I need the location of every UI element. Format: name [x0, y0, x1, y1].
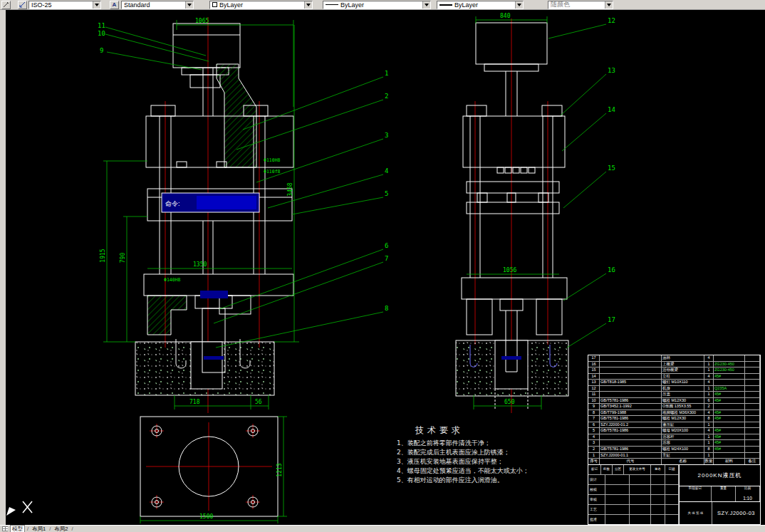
command-prompt-label: 命令:	[165, 200, 180, 207]
parts-cell: 螺母 M20X100	[662, 428, 704, 434]
lineweight-combo[interactable]: ByLayer	[437, 1, 524, 9]
parts-cell: 45#	[714, 447, 745, 452]
parts-cell	[600, 434, 662, 440]
parts-cell: GB/T5781-1986	[600, 428, 662, 434]
balloon-12: 12	[608, 17, 615, 24]
parts-cell: 45#	[714, 398, 745, 404]
tech-req-item: 2、装配完成后主机表面应涂上防锈漆；	[397, 448, 589, 457]
chevron-down-icon[interactable]	[93, 1, 100, 9]
parts-cell: 2	[704, 404, 714, 410]
dim-edit-icon[interactable]	[1, 1, 11, 9]
balloon-16: 16	[608, 266, 615, 273]
parts-cell: SZY.J2000-01.1	[600, 453, 662, 459]
parts-cell	[745, 398, 760, 404]
parts-cell: 8	[704, 416, 714, 422]
linetype-combo[interactable]: ByLayer	[323, 1, 431, 9]
parts-cell: ZG230-450	[714, 367, 745, 373]
plot-style-combo: 随颜色	[548, 1, 613, 9]
parts-header-cell: 序号	[588, 459, 600, 464]
sig-header: 分区	[613, 465, 624, 474]
parts-cell: 7	[588, 416, 600, 422]
parts-cell	[600, 374, 662, 380]
parts-list-body: 17油杯416上横梁1ZG230-45015活动横梁1ZG230-45014立柱…	[588, 355, 760, 459]
chevron-down-icon[interactable]	[304, 1, 312, 9]
text-style-combo[interactable]: Standard	[121, 1, 194, 9]
role-label: 批准	[588, 515, 605, 524]
tab-model[interactable]: 模型	[10, 525, 25, 532]
tab-layout1[interactable]: 布局1	[31, 526, 47, 532]
parts-cell: 1	[704, 434, 714, 440]
parts-row: 9GB/T3452.1-1992O形圈 135X3.552	[588, 404, 760, 410]
balloon-13: 13	[608, 67, 615, 74]
parts-cell: GB/T5781-1986	[600, 416, 662, 422]
left-toolbar-strip	[0, 10, 6, 525]
dim-bore-a: Φ110H8	[264, 157, 281, 163]
chevron-down-icon[interactable]	[185, 1, 193, 9]
parts-cell: 4	[588, 434, 600, 440]
parts-cell: 45#	[714, 392, 745, 397]
text-style-value: Standard	[124, 1, 183, 9]
scale-label: 比例	[744, 487, 751, 491]
parts-cell: 活塞	[662, 440, 704, 446]
command-box[interactable]: 命令:	[162, 193, 259, 212]
parts-cell	[745, 447, 760, 452]
chevron-down-icon[interactable]	[515, 1, 523, 9]
parts-cell: 压盖	[662, 392, 704, 397]
parts-cell: 螺栓 M24X100	[662, 447, 704, 452]
parts-row: 14立柱445#	[588, 374, 760, 380]
dim-base-offset: 56	[255, 399, 262, 405]
tab-nav-icon[interactable]	[2, 526, 8, 531]
balloon-15: 15	[608, 165, 615, 172]
color-combo[interactable]: ByLayer	[209, 1, 313, 9]
balloon-1: 1	[385, 70, 388, 77]
linetype-sample-icon	[326, 4, 338, 5]
parts-row: 8GB/T799-1988地脚螺栓 M36X300445#	[588, 410, 760, 417]
parts-cell: 15	[588, 367, 600, 373]
front-view-geometry	[135, 24, 293, 516]
parts-cell: 2	[588, 447, 600, 452]
drawing-canvas[interactable]: 1065 3458 1915 790 1350 718 56 1500 1213…	[6, 10, 765, 525]
balloon-11: 11	[98, 22, 105, 29]
parts-cell: 螺栓 M12X30	[662, 416, 704, 422]
chevron-down-icon[interactable]	[422, 1, 430, 9]
lineweight-value: ByLayer	[454, 1, 513, 9]
parts-cell: 4	[704, 410, 714, 416]
scale-value: 1:10	[743, 496, 752, 501]
parts-header-cell: 名称	[662, 459, 704, 464]
parts-cell: O形圈 135X3.55	[662, 404, 704, 410]
parts-row: 7GB/T5781-1986螺栓 M12X30845#	[588, 416, 760, 422]
role-label: 校核	[588, 485, 605, 494]
flyout-arrow-icon[interactable]	[6, 507, 16, 516]
parts-cell: GB/T799-1988	[600, 410, 662, 416]
parts-cell	[600, 440, 662, 446]
color-value: ByLayer	[219, 1, 302, 9]
parts-cell: 活动横梁	[662, 367, 704, 373]
dim-style-value: ISO-25	[31, 1, 90, 9]
parts-cell	[745, 386, 760, 392]
parts-row: 15活动横梁1ZG230-450	[588, 367, 760, 374]
parts-cell: 13	[588, 380, 600, 385]
parts-cell: 17	[588, 355, 600, 361]
parts-row: 11压盖145#	[588, 392, 760, 398]
drawing-number: SZY.J2000-03	[712, 502, 760, 525]
dim-style-combo[interactable]: ISO-25	[28, 1, 101, 9]
parts-cell: 1	[704, 367, 714, 373]
parts-header-cell: 数量	[704, 459, 714, 464]
parts-cell: 液压缸	[662, 422, 704, 428]
balloon-9: 9	[100, 47, 103, 54]
dim-height-outer: 1915	[100, 249, 106, 262]
chevron-down-icon	[605, 1, 613, 9]
parts-cell: 4	[704, 355, 714, 361]
dim-style-icon[interactable]	[18, 1, 27, 9]
text-style-icon[interactable]: A	[110, 1, 119, 9]
parts-cell	[745, 428, 760, 434]
balloon-17: 17	[608, 316, 615, 323]
text-style-icon-letter: A	[113, 1, 117, 8]
parts-cell: 1	[704, 453, 714, 459]
parts-cell: 上横梁	[662, 362, 704, 367]
parts-cell	[745, 355, 760, 361]
dim-pit-width: 650	[504, 399, 515, 405]
tab-layout2[interactable]: 布局2	[53, 526, 69, 532]
parts-cell: 油杯	[662, 355, 704, 361]
parts-cell: 立柱	[662, 374, 704, 380]
